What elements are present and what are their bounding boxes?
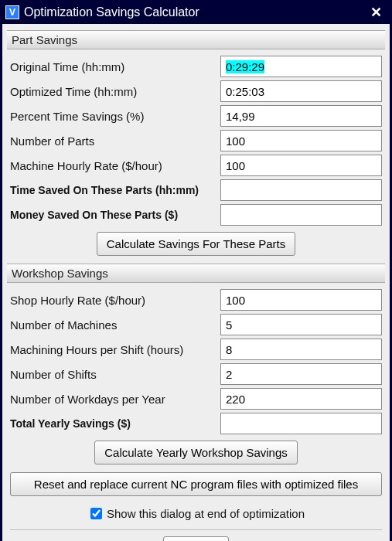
row-num-machines: Number of Machines — [7, 312, 385, 337]
close-icon[interactable]: ✕ — [367, 4, 385, 21]
close-row: Close — [7, 532, 385, 541]
original-time-input[interactable]: 0:29:29 — [220, 56, 382, 77]
row-shop-rate: Shop Hourly Rate ($/hour) — [7, 288, 385, 312]
show-dialog-row: Show this dialog at end of optimization — [7, 499, 385, 528]
row-money-saved: Money Saved On These Parts ($) — [7, 202, 385, 227]
row-total-yearly: Total Yearly Savings ($) — [7, 411, 385, 436]
dialog-window: V Optimization Savings Calculator ✕ Part… — [0, 0, 392, 541]
row-original-time: Original Time (hh:mm) 0:29:29 — [7, 54, 385, 79]
row-optimized-time: Optimized Time (hh:mm) — [7, 79, 385, 104]
original-time-label: Original Time (hh:mm) — [10, 60, 220, 73]
num-parts-label: Number of Parts — [10, 134, 220, 148]
row-num-shifts: Number of Shifts — [7, 362, 385, 386]
workshop-savings-legend: Workshop Savings — [7, 264, 385, 283]
machine-rate-label: Machine Hourly Rate ($/hour) — [10, 159, 220, 172]
time-saved-input[interactable] — [220, 179, 382, 201]
show-dialog-checkbox[interactable] — [90, 508, 102, 519]
calc-workshop-row: Calculate Yearly Workshop Savings — [7, 436, 385, 469]
money-saved-input[interactable] — [220, 204, 382, 226]
app-icon: V — [5, 5, 19, 19]
row-workdays: Number of Workdays per Year — [7, 386, 385, 411]
close-button[interactable]: Close — [163, 536, 228, 541]
separator — [10, 529, 382, 530]
total-yearly-input[interactable] — [220, 413, 382, 434]
row-time-saved: Time Saved On These Parts (hh:mm) — [7, 178, 385, 202]
calculate-part-savings-button[interactable]: Calculate Savings For These Parts — [97, 232, 296, 256]
num-shifts-input[interactable] — [220, 363, 382, 385]
shop-rate-input[interactable] — [220, 289, 382, 311]
calculate-workshop-savings-button[interactable]: Calculate Yearly Workshop Savings — [94, 441, 298, 464]
part-savings-legend: Part Savings — [7, 30, 385, 49]
percent-savings-input[interactable] — [220, 105, 382, 127]
show-dialog-label: Show this dialog at end of optimization — [107, 507, 305, 520]
content-area: Part Savings Original Time (hh:mm) 0:29:… — [2, 24, 390, 541]
workdays-label: Number of Workdays per Year — [10, 393, 220, 406]
calc-part-row: Calculate Savings For These Parts — [7, 227, 385, 260]
num-machines-label: Number of Machines — [10, 318, 220, 332]
time-saved-label: Time Saved On These Parts (hh:mm) — [10, 184, 220, 196]
row-machine-rate: Machine Hourly Rate ($/hour) — [7, 153, 385, 178]
window-title: Optimization Savings Calculator — [24, 5, 367, 19]
reset-row: Reset and replace current NC program fil… — [7, 469, 385, 499]
num-shifts-label: Number of Shifts — [10, 368, 220, 381]
row-hours-shift: Machining Hours per Shift (hours) — [7, 337, 385, 362]
titlebar: V Optimization Savings Calculator ✕ — [2, 2, 390, 24]
money-saved-label: Money Saved On These Parts ($) — [10, 209, 220, 221]
num-machines-input[interactable] — [220, 314, 382, 335]
optimized-time-input[interactable] — [220, 80, 382, 102]
percent-savings-label: Percent Time Savings (%) — [10, 110, 220, 123]
shop-rate-label: Shop Hourly Rate ($/hour) — [10, 294, 220, 307]
part-savings-group: Part Savings Original Time (hh:mm) 0:29:… — [7, 30, 385, 260]
reset-replace-button[interactable]: Reset and replace current NC program fil… — [10, 472, 382, 496]
row-num-parts: Number of Parts — [7, 128, 385, 153]
row-percent-savings: Percent Time Savings (%) — [7, 104, 385, 128]
optimized-time-label: Optimized Time (hh:mm) — [10, 85, 220, 98]
workdays-input[interactable] — [220, 388, 382, 410]
machine-rate-input[interactable] — [220, 155, 382, 176]
hours-shift-input[interactable] — [220, 339, 382, 360]
total-yearly-label: Total Yearly Savings ($) — [10, 417, 220, 430]
workshop-savings-group: Workshop Savings Shop Hourly Rate ($/hou… — [7, 264, 385, 469]
hours-shift-label: Machining Hours per Shift (hours) — [10, 343, 220, 356]
num-parts-input[interactable] — [220, 130, 382, 151]
